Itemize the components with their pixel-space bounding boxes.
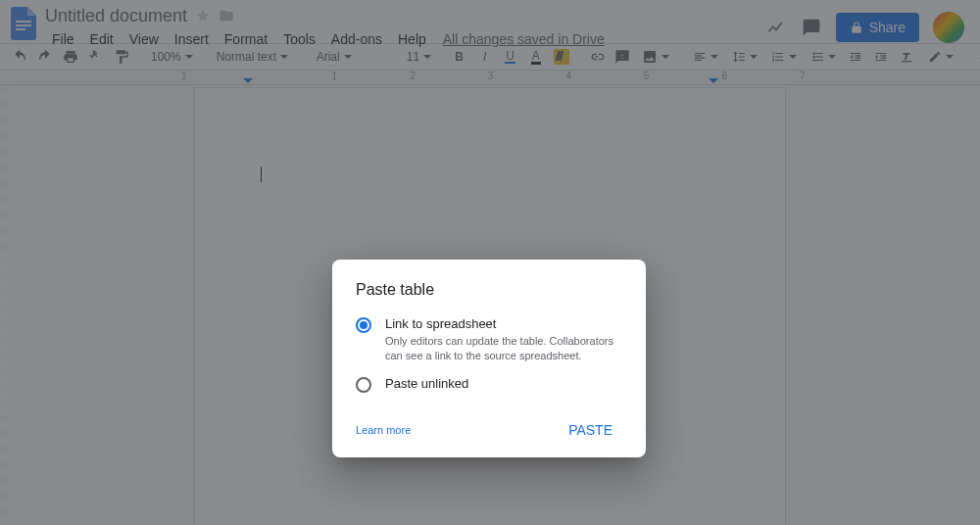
radio-icon[interactable] — [356, 377, 371, 393]
option-paste-unlinked[interactable]: Paste unlinked — [356, 376, 622, 393]
option-label: Link to spreadsheet — [385, 316, 622, 331]
paste-table-dialog: Paste table Link to spreadsheet Only edi… — [332, 260, 646, 457]
dialog-title: Paste table — [356, 281, 622, 299]
paste-button[interactable]: PASTE — [559, 414, 622, 446]
radio-icon[interactable] — [356, 317, 371, 333]
option-label: Paste unlinked — [385, 376, 622, 391]
learn-more-link[interactable]: Learn more — [356, 424, 411, 436]
option-link-to-spreadsheet[interactable]: Link to spreadsheet Only editors can upd… — [356, 316, 622, 364]
option-desc: Only editors can update the table. Colla… — [385, 334, 622, 364]
